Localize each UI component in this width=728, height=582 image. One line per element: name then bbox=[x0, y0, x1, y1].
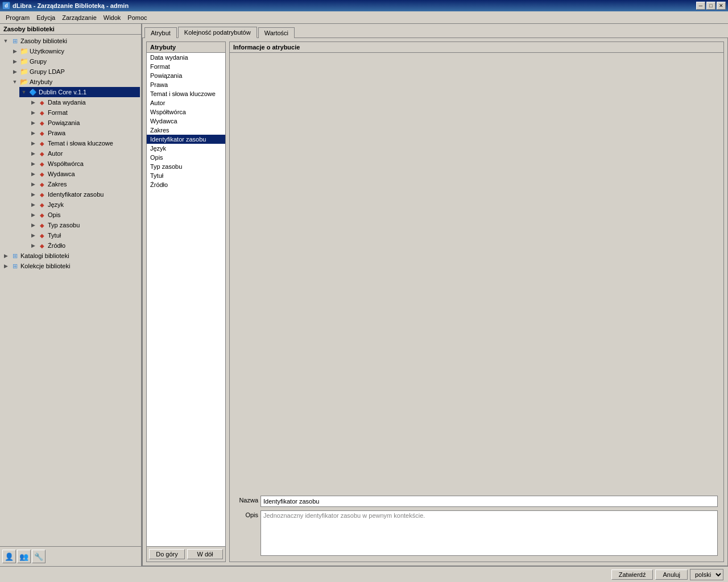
atrybuty-item-14[interactable]: Źródło bbox=[147, 180, 225, 189]
tree-item-temat[interactable]: ▶ ◆ Temat i słowa kluczowe bbox=[28, 138, 140, 148]
atrybuty-item-5[interactable]: Autor bbox=[147, 98, 225, 107]
diamond-icon-typ-zasobu: ◆ bbox=[38, 221, 47, 230]
tree-item-zrodlo[interactable]: ▶ ◆ Źródło bbox=[28, 240, 140, 251]
menu-widok[interactable]: Widok bbox=[100, 13, 125, 22]
tree-item-prawa[interactable]: ▶ ◆ Prawa bbox=[28, 128, 140, 138]
menu-pomoc[interactable]: Pomoc bbox=[124, 13, 150, 22]
tree-label-grupy: Grupy bbox=[30, 58, 47, 65]
tree-item-autor[interactable]: ▶ ◆ Autor bbox=[28, 148, 140, 159]
tree-label-zasoby: Zasoby biblioteki bbox=[20, 38, 67, 44]
atrybuty-item-0[interactable]: Data wydania bbox=[147, 53, 225, 62]
tree-item-kolekcje[interactable]: ▶ ⊞ Kolekcje biblioteki bbox=[1, 261, 140, 271]
footer-btn-user[interactable]: 👤 bbox=[2, 550, 16, 563]
expander-zakres[interactable]: ▶ bbox=[28, 180, 38, 189]
nazwa-input[interactable] bbox=[260, 496, 718, 507]
tree-item-zakres[interactable]: ▶ ◆ Zakres bbox=[28, 179, 140, 189]
expander-powiazania[interactable]: ▶ bbox=[28, 118, 38, 127]
expander-dublin-core[interactable]: ▼ bbox=[19, 88, 28, 97]
footer-btn-group[interactable]: 👥 bbox=[17, 550, 31, 563]
expander-jezyk[interactable]: ▶ bbox=[28, 200, 38, 209]
tree-label-katalogi: Katalogi biblioteki bbox=[20, 252, 69, 259]
atrybuty-item-1[interactable]: Format bbox=[147, 62, 225, 71]
tree-item-typ-zasobu[interactable]: ▶ ◆ Typ zasobu bbox=[28, 220, 140, 230]
tree-item-grupy[interactable]: ▶ 📁 Grupy bbox=[10, 56, 140, 66]
tree-item-wydawca[interactable]: ▶ ◆ Wydawca bbox=[28, 169, 140, 179]
expander-zasoby[interactable]: ▼ bbox=[1, 36, 10, 45]
tree-item-uzytkownicy[interactable]: ▶ 📁 Użytkownicy bbox=[10, 46, 140, 56]
minimize-button[interactable]: ─ bbox=[696, 2, 705, 10]
tree-label-jezyk: Język bbox=[48, 201, 64, 208]
tree-item-grupy-ldap[interactable]: ▶ 📁 Grupy LDAP bbox=[10, 66, 140, 77]
maximize-button[interactable]: □ bbox=[706, 2, 715, 10]
tree-item-data-wydania[interactable]: ▶ ◆ Data wydania bbox=[28, 97, 140, 107]
expander-opis[interactable]: ▶ bbox=[28, 210, 38, 219]
menu-zarzadzanie[interactable]: Zarządzanie bbox=[59, 13, 100, 22]
expander-temat[interactable]: ▶ bbox=[28, 139, 38, 148]
atrybuty-item-13[interactable]: Tytuł bbox=[147, 171, 225, 180]
tree-item-atrybuty[interactable]: ▼ 📂 Atrybuty bbox=[10, 77, 140, 87]
anuluj-button[interactable]: Anuluj bbox=[655, 569, 688, 580]
folder-icon-zasoby: ⊞ bbox=[10, 36, 19, 45]
folder-icon-katalogi: ⊞ bbox=[10, 251, 19, 260]
tree-item-wspoltworca[interactable]: ▶ ◆ Współtwórca bbox=[28, 159, 140, 169]
tree-item-zasoby[interactable]: ▼ ⊞ Zasoby biblioteki bbox=[1, 36, 140, 46]
menu-program[interactable]: Program bbox=[2, 13, 33, 22]
tab-kolejnosc[interactable]: Kolejność podatrybutów bbox=[178, 27, 257, 38]
expander-wydawca[interactable]: ▶ bbox=[28, 169, 38, 178]
main-container: Zasoby biblioteki ▼ ⊞ Zasoby biblioteki … bbox=[0, 24, 728, 582]
footer-btn-settings[interactable]: 🔧 bbox=[32, 550, 46, 563]
tree-item-katalogi[interactable]: ▶ ⊞ Katalogi biblioteki bbox=[1, 251, 140, 261]
atrybuty-item-10[interactable]: Język bbox=[147, 144, 225, 153]
info-header: Informacje o atrybucie bbox=[229, 41, 724, 52]
info-content: Nazwa Opis bbox=[229, 52, 724, 562]
tree-item-format[interactable]: ▶ ◆ Format bbox=[28, 107, 140, 118]
expander-zrodlo[interactable]: ▶ bbox=[28, 241, 38, 250]
atrybuty-item-7[interactable]: Wydawca bbox=[147, 117, 225, 126]
language-select[interactable]: polski bbox=[690, 569, 723, 580]
opis-textarea[interactable] bbox=[260, 510, 718, 556]
expander-atrybuty[interactable]: ▼ bbox=[10, 77, 19, 86]
tree-item-tytul[interactable]: ▶ ◆ Tytuł bbox=[28, 230, 140, 240]
tab-atrybut[interactable]: Atrybut bbox=[144, 27, 177, 38]
atrybuty-item-4[interactable]: Temat i słowa kluczowe bbox=[147, 89, 225, 98]
atrybuty-item-11[interactable]: Opis bbox=[147, 153, 225, 162]
atrybuty-item-3[interactable]: Prawa bbox=[147, 80, 225, 89]
expander-kolekcje[interactable]: ▶ bbox=[1, 261, 10, 271]
expander-data-wydania[interactable]: ▶ bbox=[28, 98, 38, 107]
expander-wspoltworca[interactable]: ▶ bbox=[28, 159, 38, 168]
tree-item-dublin-core[interactable]: ▼ 🔷 Dublin Core v.1.1 bbox=[19, 87, 140, 97]
expander-identyfikator[interactable]: ▶ bbox=[28, 190, 38, 199]
tree-item-identyfikator[interactable]: ▶ ◆ Identyfikator zasobu bbox=[28, 189, 140, 199]
menu-edycja[interactable]: Edycja bbox=[33, 13, 59, 22]
tree-item-opis[interactable]: ▶ ◆ Opis bbox=[28, 210, 140, 220]
expander-uzytkownicy[interactable]: ▶ bbox=[10, 47, 19, 56]
atrybuty-item-9[interactable]: Identyfikator zasobu bbox=[147, 135, 225, 144]
btn-w-dol[interactable]: W dół bbox=[187, 549, 223, 559]
tree-item-jezyk[interactable]: ▶ ◆ Język bbox=[28, 199, 140, 210]
diamond-icon-data-wydania: ◆ bbox=[38, 98, 47, 107]
atrybuty-item-12[interactable]: Typ zasobu bbox=[147, 162, 225, 171]
tree-container[interactable]: ▼ ⊞ Zasoby biblioteki ▶ 📁 Użytkownicy ▶ … bbox=[0, 35, 141, 546]
tab-wartosci[interactable]: Wartości bbox=[258, 27, 295, 38]
atrybuty-item-8[interactable]: Zakres bbox=[147, 126, 225, 135]
expander-format[interactable]: ▶ bbox=[28, 108, 38, 117]
expander-katalogi[interactable]: ▶ bbox=[1, 251, 10, 260]
info-panel: Informacje o atrybucie Nazwa Opis bbox=[229, 41, 724, 562]
diamond-icon-format: ◆ bbox=[38, 108, 47, 117]
diamond-icon-wydawca: ◆ bbox=[38, 169, 47, 178]
expander-grupy[interactable]: ▶ bbox=[10, 57, 19, 66]
expander-tytul[interactable]: ▶ bbox=[28, 231, 38, 240]
btn-do-gory[interactable]: Do góry bbox=[149, 549, 185, 559]
tree-label-autor: Autor bbox=[48, 150, 63, 157]
expander-typ-zasobu[interactable]: ▶ bbox=[28, 221, 38, 230]
diamond-icon-opis: ◆ bbox=[38, 210, 47, 219]
expander-autor[interactable]: ▶ bbox=[28, 149, 38, 158]
tree-item-powiazania[interactable]: ▶ ◆ Powiązania bbox=[28, 118, 140, 128]
expander-prawa[interactable]: ▶ bbox=[28, 128, 38, 138]
atrybuty-list[interactable]: Data wydania Format Powiązania Prawa Tem… bbox=[147, 53, 225, 546]
zatwierdz-button[interactable]: Zatwierdź bbox=[611, 569, 653, 580]
atrybuty-item-2[interactable]: Powiązania bbox=[147, 71, 225, 80]
expander-grupy-ldap[interactable]: ▶ bbox=[10, 67, 19, 76]
close-button[interactable]: ✕ bbox=[717, 2, 726, 10]
atrybuty-item-6[interactable]: Współtwórca bbox=[147, 107, 225, 117]
